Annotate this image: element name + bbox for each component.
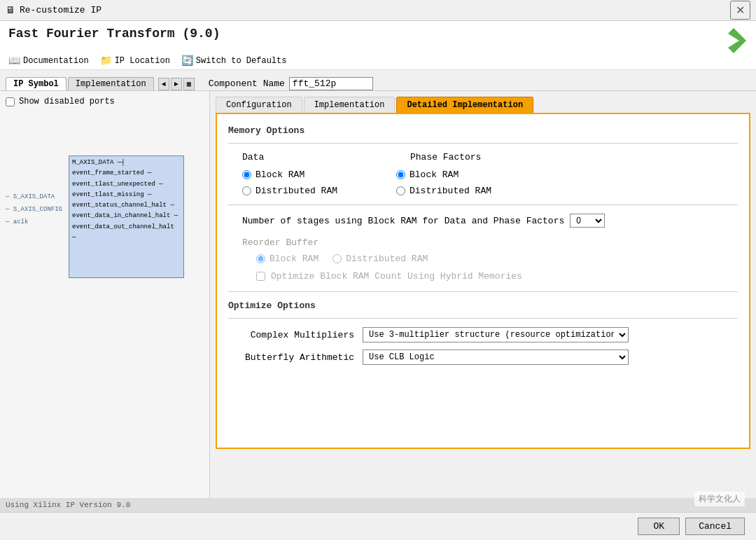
tab-next-button[interactable]: ► — [171, 78, 182, 90]
divider-2 — [228, 291, 738, 292]
reorder-block-ram-radio[interactable] — [256, 254, 265, 263]
memory-options-section: Memory Options Data Phase Factors Block … — [228, 125, 738, 282]
data-col-header: Data — [242, 152, 368, 162]
phase-block-ram-option: Block RAM — [396, 169, 550, 180]
reorder-block-ram-option: Block RAM — [256, 254, 318, 264]
phase-distributed-ram-radio[interactable] — [396, 186, 405, 195]
data-distributed-ram-option: Distributed RAM — [242, 186, 396, 196]
butterfly-arithmetic-select-wrapper: Use CLB Logic Use DSP48 — [363, 349, 629, 365]
phase-distributed-ram-option: Distributed RAM — [396, 186, 550, 196]
data-distributed-ram-radio[interactable] — [242, 186, 251, 195]
data-distributed-ram-label: Distributed RAM — [255, 186, 337, 196]
reorder-block-ram-label: Block RAM — [270, 254, 318, 264]
data-block-ram-label: Block RAM — [255, 169, 304, 180]
left-panel: Show disabled ports M_AXIS_DATA ─┤ event… — [0, 91, 210, 540]
status-bar: Using Xilinx IP Version 9.0 — [0, 498, 756, 512]
ip-diagram: M_AXIS_DATA ─┤ event_frame_started ─ eve… — [6, 148, 202, 303]
tab-implementation[interactable]: Implementation — [68, 77, 154, 90]
tab-prev-button[interactable]: ◄ — [158, 78, 169, 90]
ip-box-right-ports: M_AXIS_DATA ─┤ event_frame_started ─ eve… — [69, 156, 183, 244]
memory-radio-row: Block RAM Distributed RAM Block RAM — [228, 169, 738, 196]
inner-tab-bar: Configuration Implementation Detailed Im… — [216, 97, 750, 113]
memory-col-headers: Data Phase Factors — [228, 152, 738, 162]
show-disabled-ports-row: Show disabled ports — [6, 97, 204, 106]
reorder-buffer-title: Reorder Buffer — [228, 237, 738, 248]
cancel-button[interactable]: Cancel — [685, 518, 745, 535]
stages-label: Number of stages using Block RAM for Dat… — [242, 216, 564, 226]
content-panel: Memory Options Data Phase Factors Block … — [216, 113, 750, 449]
component-name-label: Component Name — [209, 78, 285, 89]
optimize-hybrid-label: Optimize Block RAM Count Using Hybrid Me… — [271, 271, 522, 282]
folder-icon: 📁 — [100, 55, 112, 67]
stages-select[interactable]: 0 1 2 3 — [570, 214, 605, 228]
optimize-hybrid-checkbox[interactable] — [256, 272, 265, 281]
component-name-input[interactable] — [289, 77, 373, 90]
complex-multipliers-label: Complex Multipliers — [242, 330, 354, 340]
bottom-bar: OK Cancel — [0, 512, 756, 540]
reorder-distributed-option: Distributed RAM — [332, 254, 428, 264]
right-panel: Configuration Implementation Detailed Im… — [210, 91, 756, 540]
close-button[interactable]: ✕ — [730, 1, 750, 20]
divider-1 — [228, 205, 738, 205]
data-block-ram-radio[interactable] — [242, 170, 251, 179]
window-title: Re-customize IP — [20, 5, 102, 15]
memory-options-title: Memory Options — [228, 125, 738, 136]
window-icon: 🖥 — [6, 5, 15, 16]
app-title: Fast Fourier Transform (9.0) — [8, 27, 220, 41]
main-content: Show disabled ports M_AXIS_DATA ─┤ event… — [0, 91, 756, 540]
top-tab-bar: IP Symbol Implementation ◄ ► ▦ Component… — [0, 70, 756, 91]
optimize-options-section: Optimize Options Complex Multipliers Use… — [228, 300, 738, 365]
phase-radio-group: Block RAM Distributed RAM — [396, 169, 550, 196]
status-text: Using Xilinx IP Version 9.0 — [6, 501, 130, 509]
ok-button[interactable]: OK — [638, 518, 680, 535]
title-bar: 🖥 Re-customize IP ✕ — [0, 0, 756, 21]
show-disabled-ports-checkbox[interactable] — [6, 97, 15, 106]
data-radio-group: Block RAM Distributed RAM — [242, 169, 396, 196]
phase-distributed-ram-label: Distributed RAM — [410, 186, 491, 196]
butterfly-arithmetic-row: Butterfly Arithmetic Use CLB Logic Use D… — [228, 349, 738, 365]
tab-ip-symbol[interactable]: IP Symbol — [6, 77, 66, 90]
complex-multipliers-row: Complex Multipliers Use 3-multiplier str… — [228, 327, 738, 342]
refresh-icon: 🔄 — [181, 55, 193, 67]
butterfly-arithmetic-select[interactable]: Use CLB Logic Use DSP48 — [363, 349, 629, 365]
optimize-options-title: Optimize Options — [228, 300, 738, 311]
component-name-area: Component Name — [209, 77, 373, 90]
complex-multipliers-select-wrapper: Use 3-multiplier structure (resource opt… — [363, 327, 629, 342]
ip-block-box: M_AXIS_DATA ─┤ event_frame_started ─ eve… — [69, 155, 184, 278]
book-icon: 📖 — [8, 55, 20, 67]
stages-row: Number of stages using Block RAM for Dat… — [228, 214, 738, 228]
complex-multipliers-select[interactable]: Use 3-multiplier structure (resource opt… — [363, 327, 629, 342]
butterfly-arithmetic-label: Butterfly Arithmetic — [242, 352, 354, 363]
reorder-distributed-label: Distributed RAM — [346, 254, 428, 264]
show-disabled-ports-label: Show disabled ports — [19, 97, 115, 106]
xilinx-logo-icon — [720, 27, 748, 55]
phase-block-ram-label: Block RAM — [410, 169, 458, 180]
svg-marker-0 — [728, 28, 746, 53]
tab-implementation-inner[interactable]: Implementation — [304, 97, 396, 113]
documentation-link[interactable]: 📖 Documentation — [8, 55, 89, 67]
optimize-hybrid-row: Optimize Block RAM Count Using Hybrid Me… — [228, 271, 738, 282]
switch-defaults-link[interactable]: 🔄 Switch to Defaults — [181, 55, 287, 67]
tab-menu-button[interactable]: ▦ — [183, 78, 195, 90]
phase-block-ram-radio[interactable] — [396, 170, 405, 179]
tab-detailed-implementation[interactable]: Detailed Implementation — [396, 97, 533, 113]
app-toolbar: 📖 Documentation 📁 IP Location 🔄 Switch t… — [8, 55, 748, 67]
tab-configuration[interactable]: Configuration — [216, 97, 302, 113]
app-header: Fast Fourier Transform (9.0) 📖 Documenta… — [0, 21, 756, 70]
reorder-buffer-radio-row: Block RAM Distributed RAM — [228, 254, 738, 264]
data-block-ram-option: Block RAM — [242, 169, 396, 180]
phase-col-header: Phase Factors — [410, 152, 536, 162]
reorder-distributed-radio[interactable] — [332, 254, 342, 263]
ip-location-link[interactable]: 📁 IP Location — [100, 55, 170, 67]
stages-select-wrapper: 0 1 2 3 — [570, 214, 605, 228]
ip-box-left-ports: ─ S_AXIS_DATA ─ S_AXIS_CONFIG ─ aclk — [6, 191, 62, 228]
